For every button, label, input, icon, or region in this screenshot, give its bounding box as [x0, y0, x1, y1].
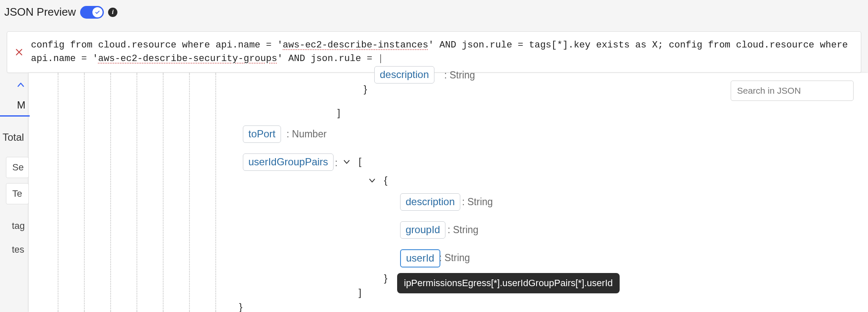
tab-my[interactable]: M: [0, 97, 30, 117]
json-type-string: : String: [439, 252, 470, 264]
chevron-up-icon: [16, 80, 25, 89]
list-item[interactable]: Se: [6, 157, 29, 178]
json-type-number: : Number: [287, 128, 327, 140]
chevron-down-icon[interactable]: [342, 158, 351, 168]
json-bracket: ]: [337, 107, 340, 119]
json-brace-close: }: [384, 272, 387, 284]
list-item[interactable]: tag: [0, 220, 29, 231]
json-type-string-top: : String: [444, 70, 475, 81]
list-item[interactable]: tes: [0, 244, 29, 255]
json-type-string: : String: [462, 196, 493, 208]
json-bracket-close: ]: [359, 287, 362, 298]
query-input[interactable]: config from cloud.resource where api.nam…: [31, 39, 861, 66]
json-key-description-top[interactable]: description: [374, 66, 434, 84]
json-outer-brace-close: }: [239, 301, 242, 312]
json-preview-panel: description : String } ] toPort : Number…: [29, 73, 868, 312]
json-brace: }: [364, 83, 367, 95]
list-item[interactable]: Te: [6, 183, 29, 204]
json-brace-open: {: [384, 174, 387, 186]
path-tooltip: ipPermissionsEgress[*].userIdGroupPairs[…: [397, 273, 620, 293]
search-input[interactable]: [736, 85, 849, 96]
close-icon: [14, 47, 24, 57]
json-type-string: : String: [448, 224, 479, 236]
search-in-json[interactable]: [731, 81, 854, 101]
json-key-userid[interactable]: userId: [400, 249, 440, 267]
check-icon: [95, 9, 100, 15]
info-icon[interactable]: i: [108, 8, 117, 17]
json-key-groupid[interactable]: groupId: [400, 221, 445, 239]
json-key-toport[interactable]: toPort: [243, 125, 281, 143]
collapse-search-button[interactable]: [16, 80, 25, 91]
page-title: JSON Preview: [4, 6, 76, 19]
total-label: Total: [0, 131, 29, 143]
json-key-useridgrouppairs[interactable]: userIdGroupPairs: [243, 153, 334, 171]
json-bracket-open: [: [359, 156, 362, 167]
chevron-down-icon[interactable]: [368, 176, 376, 187]
json-preview-toggle[interactable]: [80, 6, 104, 19]
json-colon: :: [335, 157, 338, 169]
clear-query-button[interactable]: [7, 32, 31, 72]
json-key-description[interactable]: description: [400, 193, 460, 211]
